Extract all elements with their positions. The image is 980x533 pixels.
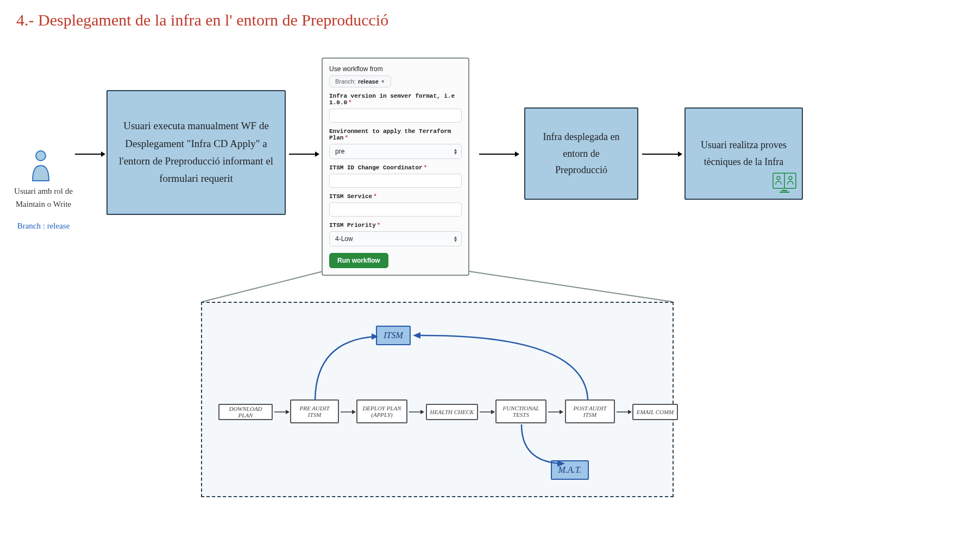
branch-label: Branch : release <box>8 221 79 231</box>
sticky-step-1-text: Usuari executa manualment WF de Desplega… <box>118 117 274 187</box>
arrow-icon <box>274 408 290 416</box>
sticky-step-3-text: Usuari realitza proves tècniques de la I… <box>696 137 791 170</box>
pipeline-step: POST AUDIT ITSM <box>565 399 615 423</box>
infra-version-label: Infra version in semver format, i.e 1.0.… <box>329 93 462 106</box>
environment-select[interactable]: pre ▴▾ <box>329 144 462 159</box>
infra-version-input[interactable] <box>329 109 462 123</box>
arrow-icon <box>478 149 520 160</box>
arrow-icon <box>616 408 632 416</box>
arrow-icon <box>641 149 683 160</box>
svg-marker-24 <box>491 410 495 414</box>
branch-prefix: Branch: <box>335 78 356 85</box>
itsm-priority-label: ITSM Priority* <box>329 222 462 229</box>
arrow-icon <box>340 408 356 416</box>
user-role-label: Usuari amb rol de Maintain o Write <box>8 185 79 211</box>
svg-rect-5 <box>782 190 787 191</box>
svg-point-4 <box>789 176 792 180</box>
testing-icon <box>772 173 796 193</box>
arrow-icon <box>479 408 495 416</box>
arrow-icon <box>409 408 425 416</box>
itsm-service-label: ITSM Service* <box>329 193 462 200</box>
sticky-step-3: Usuari realitza proves tècniques de la I… <box>684 107 803 200</box>
use-workflow-label: Use workflow from <box>329 65 462 73</box>
environment-label: Environment to apply the Terraform Plan* <box>329 128 462 141</box>
arrow-curve-icon <box>311 330 381 401</box>
caret-down-icon: ▼ <box>381 79 385 84</box>
svg-marker-28 <box>628 410 632 414</box>
pipeline-step: FUNCTIONAL TESTS <box>495 399 546 423</box>
svg-marker-26 <box>560 410 563 414</box>
branch-selector[interactable]: Branch: release ▼ <box>329 75 391 87</box>
sticky-step-2: Infra desplegada en entorn de Preproducc… <box>524 107 638 200</box>
pipeline-detail-panel: ITSM M.A.T. DOWNLOAD PLAN PRE AUDIT ITSM… <box>201 302 674 497</box>
svg-point-0 <box>36 151 46 161</box>
itsm-service-input[interactable] <box>329 202 462 217</box>
pipeline-step: PRE AUDIT ITSM <box>290 399 339 423</box>
arrow-curve-icon <box>411 329 590 401</box>
arrow-curve-icon <box>518 423 573 467</box>
pipeline-step: DOWNLOAD PLAN <box>218 404 273 420</box>
environment-value: pre <box>335 148 344 155</box>
arrow-icon <box>548 408 564 416</box>
svg-rect-6 <box>780 192 789 193</box>
svg-line-15 <box>202 271 323 302</box>
svg-marker-8 <box>101 151 105 157</box>
sticky-step-2-text: Infra desplegada en entorn de Preproducc… <box>536 129 626 179</box>
svg-line-16 <box>469 271 673 302</box>
itsm-id-input[interactable] <box>329 174 462 188</box>
svg-marker-22 <box>420 410 424 414</box>
svg-marker-18 <box>286 410 290 414</box>
select-caret-icon: ▴▾ <box>454 236 457 242</box>
workflow-form: Use workflow from Branch: release ▼ Infr… <box>322 58 469 276</box>
select-caret-icon: ▴▾ <box>454 148 457 155</box>
svg-marker-30 <box>413 332 420 339</box>
run-workflow-button[interactable]: Run workflow <box>329 253 388 268</box>
sticky-step-1: Usuari executa manualment WF de Desplega… <box>106 90 286 215</box>
itsm-id-label: ITSM ID Change Coordinator* <box>329 164 462 171</box>
user-icon <box>30 149 52 182</box>
svg-marker-29 <box>372 333 378 340</box>
svg-point-3 <box>777 176 780 180</box>
svg-marker-20 <box>352 410 356 414</box>
diagram-title: 4.- Desplegament de la infra en l' entor… <box>16 11 388 29</box>
pipeline-step: EMAIL COMM <box>632 404 678 420</box>
pipeline-step: DEPLOY PLAN (APPLY) <box>356 399 407 423</box>
svg-marker-14 <box>678 151 682 157</box>
pipeline-step: HEALTH CHECK <box>426 404 478 420</box>
branch-value: release <box>358 78 379 85</box>
svg-marker-31 <box>557 460 565 467</box>
svg-marker-12 <box>515 151 519 157</box>
itsm-priority-value: 4-Low <box>335 235 353 243</box>
svg-marker-10 <box>315 151 319 157</box>
arrow-icon <box>74 149 106 160</box>
connector-lines <box>201 270 674 303</box>
itsm-priority-select[interactable]: 4-Low ▴▾ <box>329 231 462 246</box>
arrow-icon <box>288 149 321 160</box>
